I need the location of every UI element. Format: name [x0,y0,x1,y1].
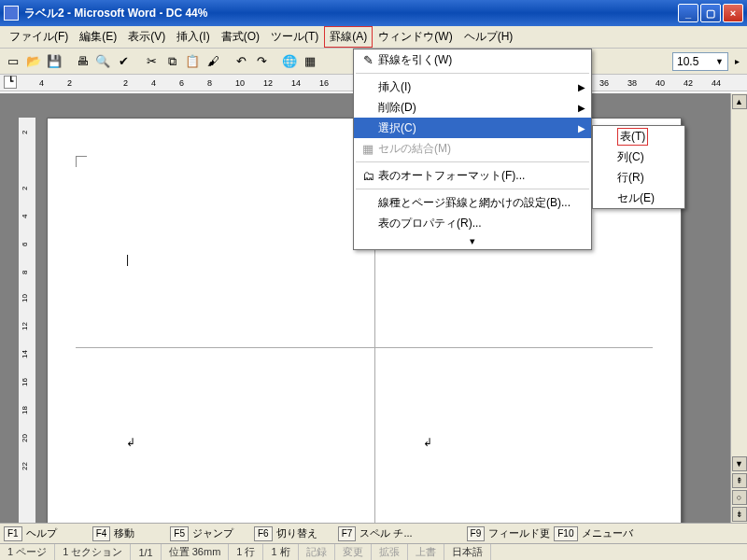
vertical-ruler[interactable]: 2 2 4 6 8 10 12 14 16 18 20 22 [19,118,35,523]
submenu-table[interactable]: 表(T) [593,126,684,147]
tab-selector-icon[interactable]: ┗ [4,76,17,89]
format-painter-icon[interactable]: 🖌 [204,52,222,71]
menuitem-borders-shading[interactable]: 線種とページ罫線と網かけの設定(B)... [354,192,591,213]
browse-object-icon[interactable]: ○ [732,490,747,505]
chevron-down-icon: ▼ [715,57,724,66]
new-doc-icon[interactable]: ▭ [4,52,22,71]
word-app-icon [4,6,19,21]
open-icon[interactable]: 📂 [24,52,43,71]
tables-borders-icon[interactable]: ▦ [301,52,319,71]
submenu-arrow-icon: ▶ [578,103,585,113]
f7-key[interactable]: F7 [338,526,357,541]
table-autoformat-icon: 🗂 [358,169,378,183]
menuitem-merge-cells: ▦ セルの結合(M) [354,138,591,159]
status-overwrite[interactable]: 上書 [408,544,444,560]
menuitem-select[interactable]: 選択(C) ▶ [354,118,591,138]
table-menu-dropdown: ✎ 罫線を引く(W) 挿入(I) ▶ 削除(D) ▶ 選択(C) ▶ ▦ セルの… [353,49,592,250]
next-page-icon[interactable]: ⇟ [732,507,747,522]
menu-view[interactable]: 表示(V) [122,26,171,48]
toolbar-overflow-icon[interactable]: ▸ [730,56,743,66]
f1-label: ヘルプ [26,526,57,540]
merge-cells-icon: ▦ [358,142,378,156]
print-icon[interactable]: 🖶 [73,52,92,71]
status-position: 位置 36mm [162,544,230,560]
hyperlink-icon[interactable]: 🌐 [280,52,299,71]
f4-key[interactable]: F4 [92,526,111,541]
menuitem-table-properties[interactable]: 表のプロパティ(R)... [354,213,591,233]
titlebar: ラベル2 - Microsoft Word - DC 44% _ ▢ × [0,0,747,26]
paste-icon[interactable]: 📋 [183,52,202,71]
menubar: ファイル(F) 編集(E) 表示(V) 挿入(I) 書式(O) ツール(T) 罫… [0,26,747,49]
status-record[interactable]: 記録 [299,544,335,560]
menu-tools[interactable]: ツール(T) [265,26,324,48]
font-size-value: 10.5 [677,55,698,68]
pencil-icon: ✎ [358,53,378,67]
f10-key[interactable]: F10 [554,526,577,541]
f9-key[interactable]: F9 [467,526,486,541]
status-line: 1 行 [229,544,263,560]
submenu-arrow-icon: ▶ [578,82,585,92]
save-icon[interactable]: 💾 [45,52,63,71]
scroll-down-icon[interactable]: ▼ [732,456,747,471]
vertical-scrollbar[interactable]: ▲ ▼ ⇞ ○ ⇟ [730,93,747,523]
para-mark-icon: ↲ [126,436,135,449]
status-language[interactable]: 日本語 [444,544,491,560]
status-page: 1 ページ [0,544,55,560]
undo-icon[interactable]: ↶ [232,52,250,71]
f4-label: 移動 [114,526,134,540]
submenu-row[interactable]: 行(R) [593,167,684,188]
menu-window[interactable]: ウィンドウ(W) [373,26,458,48]
spellcheck-icon[interactable]: ✔ [114,52,133,71]
function-key-bar: F1ヘルプ F4移動 F5ジャンプ F6切り替え F7スペル チ... F9フィ… [0,523,747,543]
f7-label: スペル チ... [359,526,412,540]
maximize-button[interactable]: ▢ [700,4,721,22]
menu-file[interactable]: ファイル(F) [4,26,74,48]
minimize-button[interactable]: _ [678,4,698,22]
status-pages-frac: 1/1 [131,544,161,560]
status-section: 1 セクション [55,544,131,560]
select-submenu-dropdown: 表(T) 列(C) 行(R) セル(E) [592,125,685,209]
status-column: 1 桁 [263,544,298,560]
font-size-box[interactable]: 10.5 ▼ [672,52,728,71]
menuitem-insert[interactable]: 挿入(I) ▶ [354,77,591,97]
f5-key[interactable]: F5 [170,526,189,541]
menuitem-autoformat[interactable]: 🗂 表のオートフォーマット(F)... [354,165,591,186]
window-title: ラベル2 - Microsoft Word - DC 44% [24,6,678,21]
status-bar: 1 ページ 1 セクション 1/1 位置 36mm 1 行 1 桁 記録 変更 … [0,543,747,560]
f1-key[interactable]: F1 [4,526,22,541]
menuitem-delete[interactable]: 削除(D) ▶ [354,97,591,118]
f6-key[interactable]: F6 [254,526,273,541]
f6-label: 切り替え [276,526,317,540]
prev-page-icon[interactable]: ⇞ [732,473,747,488]
close-button[interactable]: × [723,4,743,22]
menu-format[interactable]: 書式(O) [216,26,265,48]
para-mark-icon: ↲ [423,436,432,449]
text-cursor: | [126,253,129,266]
scroll-up-icon[interactable]: ▲ [732,94,747,109]
menu-insert[interactable]: 挿入(I) [171,26,215,48]
menuitem-draw-table[interactable]: ✎ 罫線を引く(W) [354,49,591,70]
copy-icon[interactable]: ⧉ [162,52,181,71]
submenu-arrow-icon: ▶ [578,123,585,133]
menu-expand-icon[interactable]: ▾ [354,233,591,249]
f5-label: ジャンプ [192,526,233,540]
status-track-changes[interactable]: 変更 [335,544,372,560]
cut-icon[interactable]: ✂ [142,52,161,71]
status-extend[interactable]: 拡張 [372,544,408,560]
submenu-column[interactable]: 列(C) [593,147,684,167]
f9-label: フィールド更 [488,526,550,540]
menu-table[interactable]: 罫線(A) [324,26,373,48]
print-preview-icon[interactable]: 🔍 [93,52,112,71]
redo-icon[interactable]: ↷ [252,52,271,71]
menu-edit[interactable]: 編集(E) [74,26,122,48]
submenu-cell[interactable]: セル(E) [593,188,684,208]
window-controls: _ ▢ × [678,4,743,22]
menu-help[interactable]: ヘルプ(H) [458,26,519,48]
f10-label: メニューバ [582,526,633,540]
